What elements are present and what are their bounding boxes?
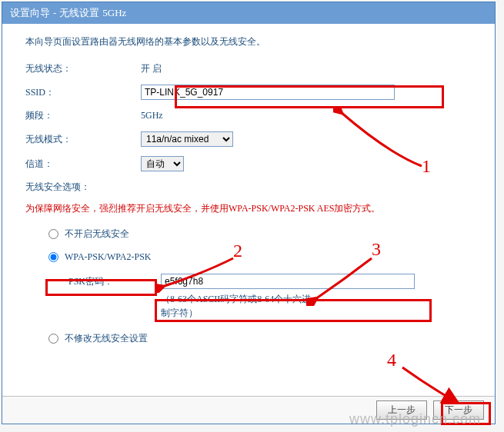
value-band: 5GHz <box>141 110 163 121</box>
row-ssid: SSID： <box>25 85 472 100</box>
wizard-panel: 设置向导 - 无线设置 5GHz 本向导页面设置路由器无线网络的基本参数以及无线… <box>2 2 496 424</box>
security-warning: 为保障网络安全，强烈推荐开启无线安全，并使用WPA-PSK/WPA2-PSK A… <box>25 201 472 216</box>
security-title: 无线安全选项： <box>25 181 472 194</box>
row-wireless-status: 无线状态： 开 启 <box>25 62 472 75</box>
label-wpa: WPA-PSK/WPA2-PSK <box>65 251 151 263</box>
title-band: 5GHz <box>102 7 126 19</box>
radio-wpa[interactable] <box>48 252 58 262</box>
mode-select[interactable]: 11a/n/ac mixed <box>141 131 233 147</box>
next-button[interactable]: 下一步 <box>433 400 484 420</box>
label-band: 频段： <box>25 109 141 122</box>
radio-row-wpa: WPA-PSK/WPA2-PSK <box>48 251 472 263</box>
label-wireless-status: 无线状态： <box>25 62 141 75</box>
label-mode: 无线模式： <box>25 133 141 146</box>
psk-row: PSK密码： <box>68 274 472 289</box>
radio-keep[interactable] <box>48 334 58 344</box>
value-wireless-status: 开 启 <box>141 62 162 75</box>
channel-select[interactable]: 自动 <box>141 156 184 171</box>
content-area: 本向导页面设置路由器无线网络的基本参数以及无线安全。 无线状态： 开 启 SSI… <box>2 24 495 364</box>
intro-text: 本向导页面设置路由器无线网络的基本参数以及无线安全。 <box>25 35 472 48</box>
title-bar: 设置向导 - 无线设置 5GHz <box>2 2 495 24</box>
psk-hint: （8-63个ASCII码字符或8-64个十六进制字符） <box>161 292 315 320</box>
label-none: 不开启无线安全 <box>65 228 129 241</box>
psk-input[interactable] <box>161 274 415 289</box>
psk-label: PSK密码： <box>68 275 161 288</box>
row-channel: 信道： 自动 <box>25 156 472 171</box>
label-channel: 信道： <box>25 158 141 171</box>
row-mode: 无线模式： 11a/n/ac mixed <box>25 131 472 147</box>
radio-row-keep: 不修改无线安全设置 <box>48 332 472 345</box>
ssid-input[interactable] <box>141 85 395 100</box>
title-sep: - <box>53 7 56 19</box>
button-bar: 上一步 下一步 <box>2 396 495 424</box>
label-ssid: SSID： <box>25 86 141 99</box>
title-sub: 无线设置 <box>59 6 99 20</box>
row-band: 频段： 5GHz <box>25 109 472 122</box>
radio-none[interactable] <box>48 229 58 239</box>
radio-row-none: 不开启无线安全 <box>48 228 472 241</box>
title-main: 设置向导 <box>10 6 50 20</box>
label-keep: 不修改无线安全设置 <box>65 332 148 345</box>
prev-button[interactable]: 上一步 <box>376 400 427 420</box>
